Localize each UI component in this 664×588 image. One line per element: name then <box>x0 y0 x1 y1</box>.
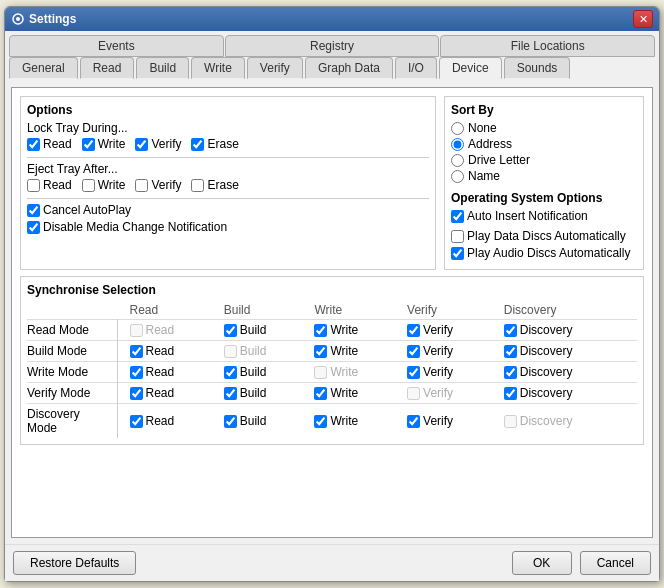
sync-mode-2: Write Mode <box>27 362 117 383</box>
sync-checkbox-1-0[interactable] <box>130 345 143 358</box>
sync-separator <box>117 404 126 439</box>
eject-verify-item[interactable]: Verify <box>135 178 181 192</box>
sync-checkbox-0-1[interactable] <box>224 324 237 337</box>
eject-read-item[interactable]: Read <box>27 178 72 192</box>
lock-write-item[interactable]: Write <box>82 137 126 151</box>
sync-cb-wrapper-0-4: Discovery <box>504 323 633 337</box>
sort-address-radio[interactable] <box>451 138 464 151</box>
tab-device[interactable]: Device <box>439 57 502 79</box>
cancel-autoplay-item[interactable]: Cancel AutoPlay <box>27 203 429 217</box>
eject-read-checkbox[interactable] <box>27 179 40 192</box>
sync-label-0-0: Read <box>146 323 175 337</box>
sync-checkbox-1-2[interactable] <box>314 345 327 358</box>
disable-media-item[interactable]: Disable Media Change Notification <box>27 220 429 234</box>
sync-label-0-1: Build <box>240 323 267 337</box>
lock-verify-checkbox[interactable] <box>135 138 148 151</box>
sync-checkbox-1-4[interactable] <box>504 345 517 358</box>
sort-none-radio[interactable] <box>451 122 464 135</box>
lock-erase-checkbox[interactable] <box>191 138 204 151</box>
sync-label-3-4: Discovery <box>520 386 573 400</box>
lock-write-checkbox[interactable] <box>82 138 95 151</box>
sync-cb-wrapper-1-0: Read <box>130 344 216 358</box>
restore-defaults-button[interactable]: Restore Defaults <box>13 551 136 575</box>
sync-checkbox-4-0[interactable] <box>130 415 143 428</box>
tab-write[interactable]: Write <box>191 57 245 79</box>
lock-erase-item[interactable]: Erase <box>191 137 238 151</box>
eject-write-checkbox[interactable] <box>82 179 95 192</box>
tab-general[interactable]: General <box>9 57 78 79</box>
ok-button[interactable]: OK <box>512 551 572 575</box>
sort-address-item[interactable]: Address <box>451 137 637 151</box>
sync-checkbox-4-3[interactable] <box>407 415 420 428</box>
tab-build[interactable]: Build <box>136 57 189 79</box>
sync-checkbox-4-2[interactable] <box>314 415 327 428</box>
sync-checkbox-4-1[interactable] <box>224 415 237 428</box>
tab-events[interactable]: Events <box>9 35 224 57</box>
play-data-label: Play Data Discs Automatically <box>467 229 626 243</box>
sync-label-2-3: Verify <box>423 365 453 379</box>
sort-name-label: Name <box>468 169 500 183</box>
eject-verify-checkbox[interactable] <box>135 179 148 192</box>
sync-checkbox-0-0 <box>130 324 143 337</box>
sort-name-item[interactable]: Name <box>451 169 637 183</box>
sync-label-1-2: Write <box>330 344 358 358</box>
title-bar: Settings ✕ <box>5 7 659 31</box>
main-content: Options Lock Tray During... Read Write <box>5 81 659 544</box>
lock-read-checkbox[interactable] <box>27 138 40 151</box>
eject-erase-item[interactable]: Erase <box>191 178 238 192</box>
lock-read-item[interactable]: Read <box>27 137 72 151</box>
sort-drive-radio[interactable] <box>451 154 464 167</box>
tab-verify[interactable]: Verify <box>247 57 303 79</box>
tab-graph-data[interactable]: Graph Data <box>305 57 393 79</box>
sync-cb-wrapper-4-4: Discovery <box>504 414 633 428</box>
play-audio-checkbox[interactable] <box>451 247 464 260</box>
cancel-autoplay-checkbox[interactable] <box>27 204 40 217</box>
sync-checkbox-3-1[interactable] <box>224 387 237 400</box>
col-discovery-header: Discovery <box>500 301 637 320</box>
sync-cell-3-3: Verify <box>403 383 500 404</box>
sort-name-radio[interactable] <box>451 170 464 183</box>
sync-checkbox-3-0[interactable] <box>130 387 143 400</box>
sync-cb-wrapper-2-1: Build <box>224 365 307 379</box>
sync-checkbox-2-3[interactable] <box>407 366 420 379</box>
os-options-group: Operating System Options Auto Insert Not… <box>451 191 637 260</box>
tab-registry[interactable]: Registry <box>225 35 440 57</box>
eject-erase-checkbox[interactable] <box>191 179 204 192</box>
sync-cell-1-4: Discovery <box>500 341 637 362</box>
auto-insert-checkbox[interactable] <box>451 210 464 223</box>
tab-read[interactable]: Read <box>80 57 135 79</box>
close-button[interactable]: ✕ <box>633 10 653 28</box>
sync-row: Build ModeReadBuildWriteVerifyDiscovery <box>27 341 637 362</box>
sync-cell-2-0: Read <box>126 362 220 383</box>
sync-checkbox-0-3[interactable] <box>407 324 420 337</box>
play-data-checkbox[interactable] <box>451 230 464 243</box>
sync-label-2-2: Write <box>330 365 358 379</box>
tab-io[interactable]: I/O <box>395 57 437 79</box>
sync-checkbox-2-1[interactable] <box>224 366 237 379</box>
tab-sounds[interactable]: Sounds <box>504 57 571 79</box>
sync-checkbox-3-2[interactable] <box>314 387 327 400</box>
sync-checkbox-2-4[interactable] <box>504 366 517 379</box>
tabs-container: Events Registry File Locations General R… <box>5 31 659 81</box>
sort-drive-item[interactable]: Drive Letter <box>451 153 637 167</box>
sync-cell-3-4: Discovery <box>500 383 637 404</box>
divider-2 <box>27 198 429 199</box>
eject-write-item[interactable]: Write <box>82 178 126 192</box>
auto-insert-item[interactable]: Auto Insert Notification <box>451 209 637 223</box>
lock-verify-item[interactable]: Verify <box>135 137 181 151</box>
sync-checkbox-0-2[interactable] <box>314 324 327 337</box>
tab-file-locations[interactable]: File Locations <box>440 35 655 57</box>
sync-checkbox-3-4[interactable] <box>504 387 517 400</box>
sync-checkbox-0-4[interactable] <box>504 324 517 337</box>
sync-cb-wrapper-3-0: Read <box>130 386 216 400</box>
sort-none-item[interactable]: None <box>451 121 637 135</box>
cancel-button[interactable]: Cancel <box>580 551 651 575</box>
sync-label-1-0: Read <box>146 344 175 358</box>
play-audio-item[interactable]: Play Audio Discs Automatically <box>451 246 637 260</box>
eject-read-label: Read <box>43 178 72 192</box>
disable-media-checkbox[interactable] <box>27 221 40 234</box>
play-data-item[interactable]: Play Data Discs Automatically <box>451 229 637 243</box>
sync-checkbox-1-3[interactable] <box>407 345 420 358</box>
sync-label-2-4: Discovery <box>520 365 573 379</box>
sync-checkbox-2-0[interactable] <box>130 366 143 379</box>
